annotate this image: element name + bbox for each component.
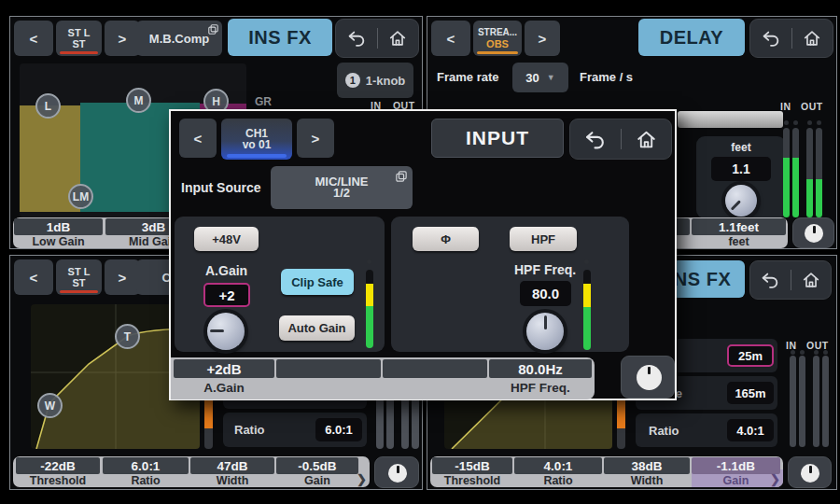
header-nav-group (749, 260, 832, 300)
footer-cell-3[interactable] (383, 359, 487, 378)
tab-delay[interactable]: DELAY (638, 19, 745, 56)
home-icon[interactable] (387, 28, 408, 49)
knob-icon (805, 224, 823, 243)
feet-label: feet (696, 141, 786, 154)
prev-channel-button[interactable]: < (179, 119, 217, 158)
footer-cell-ratio[interactable]: 6.0:1 (103, 457, 189, 474)
next-chevron-icon: > (312, 131, 320, 147)
divider (791, 28, 792, 49)
param-value-selected[interactable]: 25m (727, 344, 774, 367)
frame-rate-dropdown[interactable]: 30 ▼ (512, 63, 568, 92)
prev-channel-button[interactable]: < (14, 21, 53, 56)
effect-name-button[interactable]: M.B.Comp (136, 21, 222, 56)
footer-cell-threshold[interactable]: -15dB (432, 457, 512, 474)
one-knob-button[interactable]: 1 1-knob (337, 63, 413, 98)
channel-select-button[interactable]: ST L ST (56, 21, 102, 56)
back-chevron-icon: < (194, 131, 203, 147)
more-pages-icon: ❯ (770, 472, 780, 486)
prev-channel-button[interactable]: < (14, 259, 53, 295)
channel-select-button[interactable]: ST L ST (56, 259, 102, 295)
ratio-value[interactable]: 6.0:1 (315, 418, 362, 441)
footer-cell-gain-selected[interactable]: -1.1dB (692, 457, 780, 474)
next-channel-button[interactable]: > (105, 259, 140, 295)
home-icon[interactable] (635, 128, 658, 151)
footer-cell-again[interactable]: +2dB (174, 359, 274, 378)
tab-ins-fx[interactable]: INS FX (228, 19, 332, 56)
footer-cell-2[interactable] (276, 359, 381, 378)
footer-cell-threshold[interactable]: -22dB (16, 457, 100, 474)
home-icon[interactable] (801, 270, 821, 290)
out-label: OUT (801, 101, 823, 112)
param-footer: +2dB 80.0Hz A.Gain HPF Freq. (171, 357, 595, 399)
header-nav-group (569, 119, 672, 160)
footer-cell-low-gain[interactable]: 1dB (14, 218, 103, 235)
gr-label: GR (255, 95, 272, 108)
channel-select-button[interactable]: CH1 vo 01 (221, 119, 292, 160)
back-chevron-icon: < (30, 31, 38, 47)
channel-select-button[interactable]: STREA... OBS (473, 21, 522, 56)
width-handle[interactable]: W (37, 393, 63, 418)
mixer-screen: < ST L ST > M.B.Comp INS FX L M H LM (0, 0, 840, 504)
divider (621, 129, 622, 149)
knob-icon (637, 365, 662, 390)
copy-icon (396, 171, 407, 182)
threshold-handle[interactable]: T (115, 324, 140, 349)
phantom-48v-button[interactable]: +48V (194, 227, 259, 251)
auto-gain-button[interactable]: Auto Gain (279, 315, 355, 341)
home-icon[interactable] (802, 28, 822, 49)
footer-cell-hpf[interactable]: 80.0Hz (489, 359, 592, 378)
release-value[interactable]: 165m (727, 382, 774, 404)
channel-color-bar (477, 51, 518, 54)
undo-icon[interactable] (760, 270, 780, 290)
divider (377, 28, 378, 49)
delay-feet-box: feet 1.1 (696, 136, 786, 218)
delay-knob[interactable] (725, 185, 757, 217)
param-footer: -15dB 4.0:1 38dB -1.1dB Threshold Ratio … (430, 456, 783, 487)
dialog-title[interactable]: INPUT (431, 119, 564, 158)
one-knob-icon: 1 (345, 73, 360, 88)
knob-icon (388, 464, 407, 483)
hpf-freq-value[interactable]: 80.0 (520, 281, 571, 306)
footer-cell-width[interactable]: 38dB (604, 457, 690, 474)
input-dialog: < CH1 vo 01 > INPUT Input Source MIC/LIN… (169, 109, 677, 400)
next-chevron-icon: > (539, 31, 547, 47)
out-meter-l (806, 128, 813, 217)
footer-cell-gain[interactable]: -0.5dB (276, 457, 358, 474)
mid-band-handle[interactable]: M (126, 88, 151, 113)
undo-icon[interactable] (583, 128, 607, 151)
next-channel-button[interactable]: > (297, 119, 334, 158)
hpf-button[interactable]: HPF (510, 227, 577, 251)
footer-cell-width[interactable]: 47dB (190, 457, 274, 474)
touch-knob-button[interactable] (788, 456, 832, 488)
footer-cell-ratio[interactable]: 4.0:1 (514, 457, 602, 474)
input-level-meter (583, 270, 591, 350)
undo-icon[interactable] (761, 28, 781, 49)
channel-color-bar (60, 290, 98, 293)
in-label: IN (780, 101, 791, 112)
undo-icon[interactable] (346, 28, 367, 49)
input-source-label: Input Source (181, 180, 261, 195)
lowmid-band-handle[interactable]: LM (68, 184, 93, 209)
param-row-ratio: Ratio 4.0:1 (636, 413, 777, 447)
low-band-handle[interactable]: L (35, 93, 61, 119)
again-value[interactable]: +2 (203, 283, 250, 307)
next-channel-button[interactable]: > (105, 21, 140, 56)
input-source-button[interactable]: MIC/LINE 1/2 (271, 166, 413, 209)
header-nav-group (749, 19, 833, 58)
ratio-value[interactable]: 4.0:1 (727, 419, 774, 441)
channel-color-bar (227, 154, 287, 158)
clip-safe-button[interactable]: Clip Safe (281, 269, 354, 295)
phase-button[interactable]: Φ (413, 227, 479, 251)
touch-knob-button[interactable] (792, 217, 834, 248)
knob-icon (801, 464, 819, 483)
hpf-freq-knob[interactable] (526, 313, 564, 350)
footer-cell-feet[interactable]: 1.1feet (692, 218, 786, 235)
input-level-meter (366, 270, 373, 348)
touch-knob-button[interactable] (374, 456, 419, 488)
delay-time-slider[interactable] (678, 111, 783, 128)
next-channel-button[interactable]: > (525, 21, 560, 56)
prev-channel-button[interactable]: < (431, 21, 470, 56)
touch-knob-button[interactable] (621, 356, 675, 399)
again-knob[interactable] (207, 313, 245, 350)
divider (791, 270, 791, 290)
